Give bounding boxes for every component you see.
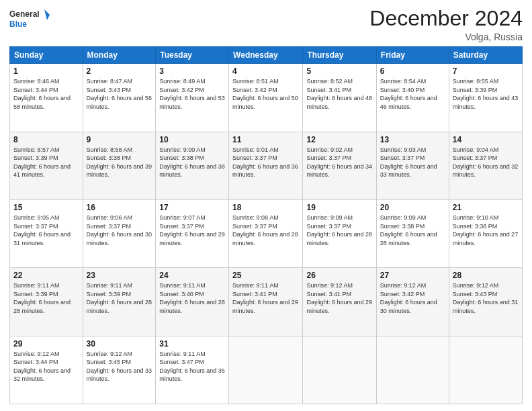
day-info: Sunrise: 9:03 AMSunset: 3:37 PMDaylight:… (380, 146, 437, 179)
table-row: 15 Sunrise: 9:05 AMSunset: 3:37 PMDaylig… (10, 199, 523, 267)
title-section: December 2024 Volga, Russia (369, 7, 523, 42)
table-cell: 25 Sunrise: 9:11 AMSunset: 3:41 PMDaylig… (229, 268, 303, 336)
table-cell: 3 Sunrise: 8:49 AMSunset: 3:42 PMDayligh… (156, 64, 229, 132)
table-cell: 4 Sunrise: 8:51 AMSunset: 3:42 PMDayligh… (229, 64, 303, 132)
table-cell: 31 Sunrise: 9:11 AMSunset: 3:47 PMDaylig… (156, 336, 229, 404)
table-cell: 21 Sunrise: 9:10 AMSunset: 3:38 PMDaylig… (449, 199, 522, 267)
calendar-table: Sunday Monday Tuesday Wednesday Thursday… (9, 46, 523, 404)
col-tuesday: Tuesday (156, 47, 229, 64)
day-number: 15 (13, 203, 79, 212)
table-cell: 6 Sunrise: 8:54 AMSunset: 3:40 PMDayligh… (376, 64, 449, 132)
day-info: Sunrise: 9:02 AMSunset: 3:37 PMDaylight:… (306, 146, 372, 179)
col-monday: Monday (83, 47, 156, 64)
table-row: 29 Sunrise: 9:12 AMSunset: 3:44 PMDaylig… (10, 336, 523, 404)
day-number: 24 (159, 271, 225, 280)
day-number: 26 (306, 271, 372, 280)
day-number: 5 (306, 66, 372, 76)
table-cell: 5 Sunrise: 8:52 AMSunset: 3:41 PMDayligh… (303, 64, 376, 132)
col-friday: Friday (376, 47, 449, 64)
table-cell: 11 Sunrise: 9:01 AMSunset: 3:37 PMDaylig… (229, 132, 303, 199)
day-number: 13 (380, 135, 445, 144)
day-number: 30 (87, 339, 152, 349)
day-number: 28 (453, 271, 519, 280)
table-cell: 19 Sunrise: 9:09 AMSunset: 3:37 PMDaylig… (303, 199, 376, 267)
day-number: 19 (306, 203, 372, 212)
day-info: Sunrise: 8:51 AMSunset: 3:42 PMDaylight:… (232, 78, 298, 110)
day-number: 8 (13, 135, 79, 144)
day-info: Sunrise: 9:10 AMSunset: 3:38 PMDaylight:… (453, 214, 519, 246)
table-row: 1 Sunrise: 8:46 AMSunset: 3:44 PMDayligh… (10, 64, 523, 132)
day-info: Sunrise: 8:57 AMSunset: 3:39 PMDaylight:… (13, 146, 71, 179)
svg-marker-2 (44, 9, 50, 20)
day-info: Sunrise: 9:12 AMSunset: 3:45 PMDaylight:… (87, 351, 152, 383)
day-number: 22 (13, 271, 79, 280)
day-number: 10 (159, 135, 225, 144)
table-cell: 15 Sunrise: 9:05 AMSunset: 3:37 PMDaylig… (10, 199, 83, 267)
day-info: Sunrise: 8:47 AMSunset: 3:43 PMDaylight:… (87, 78, 152, 110)
table-cell: 20 Sunrise: 9:09 AMSunset: 3:38 PMDaylig… (376, 199, 449, 267)
day-info: Sunrise: 8:52 AMSunset: 3:41 PMDaylight:… (306, 78, 372, 110)
day-info: Sunrise: 8:55 AMSunset: 3:39 PMDaylight:… (453, 78, 519, 110)
table-cell: 28 Sunrise: 9:12 AMSunset: 3:43 PMDaylig… (449, 268, 522, 336)
table-cell: 1 Sunrise: 8:46 AMSunset: 3:44 PMDayligh… (10, 64, 83, 132)
table-cell: 23 Sunrise: 9:11 AMSunset: 3:39 PMDaylig… (83, 268, 156, 336)
col-thursday: Thursday (303, 47, 376, 64)
main-title: December 2024 (369, 7, 523, 30)
table-cell: 2 Sunrise: 8:47 AMSunset: 3:43 PMDayligh… (83, 64, 156, 132)
day-number: 9 (87, 135, 152, 144)
day-number: 6 (380, 66, 445, 76)
table-row: 8 Sunrise: 8:57 AMSunset: 3:39 PMDayligh… (10, 132, 523, 199)
table-cell (303, 336, 376, 404)
table-cell: 7 Sunrise: 8:55 AMSunset: 3:39 PMDayligh… (449, 64, 522, 132)
day-info: Sunrise: 9:11 AMSunset: 3:41 PMDaylight:… (232, 282, 298, 314)
day-number: 23 (87, 271, 152, 280)
table-cell (449, 336, 522, 404)
col-sunday: Sunday (10, 47, 83, 64)
day-info: Sunrise: 8:49 AMSunset: 3:42 PMDaylight:… (159, 78, 225, 110)
table-cell: 13 Sunrise: 9:03 AMSunset: 3:37 PMDaylig… (376, 132, 449, 199)
day-info: Sunrise: 9:12 AMSunset: 3:44 PMDaylight:… (13, 351, 71, 383)
table-cell: 30 Sunrise: 9:12 AMSunset: 3:45 PMDaylig… (83, 336, 156, 404)
table-cell: 14 Sunrise: 9:04 AMSunset: 3:37 PMDaylig… (449, 132, 522, 199)
day-info: Sunrise: 9:07 AMSunset: 3:37 PMDaylight:… (159, 214, 225, 246)
day-info: Sunrise: 9:08 AMSunset: 3:37 PMDaylight:… (232, 214, 298, 246)
day-info: Sunrise: 9:11 AMSunset: 3:40 PMDaylight:… (159, 282, 225, 314)
day-number: 3 (159, 66, 225, 76)
table-cell: 16 Sunrise: 9:06 AMSunset: 3:37 PMDaylig… (83, 199, 156, 267)
day-number: 25 (232, 271, 299, 280)
subtitle: Volga, Russia (369, 32, 523, 42)
day-number: 27 (380, 271, 445, 280)
svg-text:Blue: Blue (9, 19, 27, 29)
table-cell: 10 Sunrise: 9:00 AMSunset: 3:38 PMDaylig… (156, 132, 229, 199)
day-info: Sunrise: 9:09 AMSunset: 3:37 PMDaylight:… (306, 214, 372, 246)
day-number: 17 (159, 203, 225, 212)
day-number: 2 (87, 66, 152, 76)
logo-svg: General Blue (9, 7, 50, 31)
day-info: Sunrise: 9:11 AMSunset: 3:39 PMDaylight:… (87, 282, 152, 314)
day-number: 7 (453, 66, 519, 76)
table-cell: 24 Sunrise: 9:11 AMSunset: 3:40 PMDaylig… (156, 268, 229, 336)
table-cell: 17 Sunrise: 9:07 AMSunset: 3:37 PMDaylig… (156, 199, 229, 267)
day-info: Sunrise: 9:12 AMSunset: 3:41 PMDaylight:… (306, 282, 372, 314)
table-cell: 22 Sunrise: 9:11 AMSunset: 3:39 PMDaylig… (10, 268, 83, 336)
day-info: Sunrise: 8:54 AMSunset: 3:40 PMDaylight:… (380, 78, 437, 110)
day-number: 16 (87, 203, 152, 212)
table-cell: 12 Sunrise: 9:02 AMSunset: 3:37 PMDaylig… (303, 132, 376, 199)
day-number: 14 (453, 135, 519, 144)
page: General Blue December 2024 Volga, Russia… (0, 0, 532, 411)
day-number: 18 (232, 203, 299, 212)
table-cell: 29 Sunrise: 9:12 AMSunset: 3:44 PMDaylig… (10, 336, 83, 404)
day-info: Sunrise: 8:58 AMSunset: 3:38 PMDaylight:… (87, 146, 152, 179)
day-info: Sunrise: 9:06 AMSunset: 3:37 PMDaylight:… (87, 214, 152, 246)
day-number: 1 (13, 66, 79, 76)
day-number: 12 (306, 135, 372, 144)
day-number: 21 (453, 203, 519, 212)
col-saturday: Saturday (449, 47, 522, 64)
day-number: 20 (380, 203, 445, 212)
logo: General Blue (9, 7, 50, 31)
table-cell: 9 Sunrise: 8:58 AMSunset: 3:38 PMDayligh… (83, 132, 156, 199)
col-wednesday: Wednesday (229, 47, 303, 64)
day-info: Sunrise: 9:11 AMSunset: 3:39 PMDaylight:… (13, 282, 71, 314)
day-number: 4 (232, 66, 299, 76)
day-info: Sunrise: 9:01 AMSunset: 3:37 PMDaylight:… (232, 146, 298, 179)
